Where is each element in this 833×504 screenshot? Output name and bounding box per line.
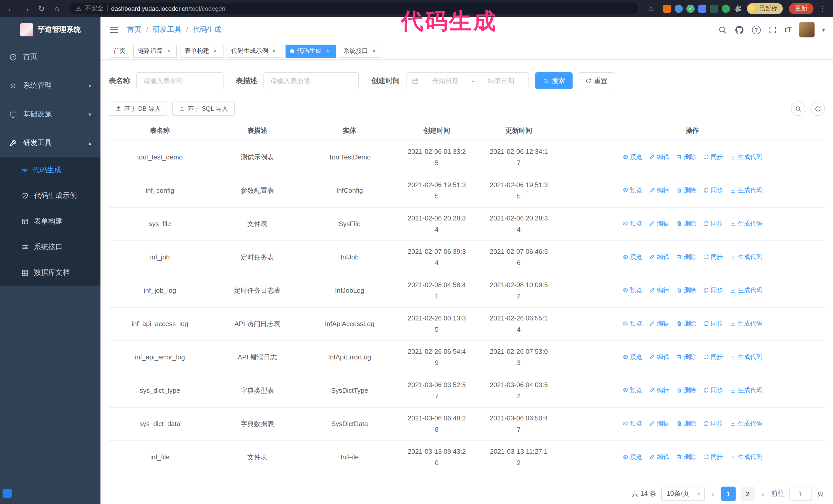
edit-link[interactable]: 编辑	[649, 351, 669, 362]
tab-trace[interactable]: 链路追踪 ×	[133, 44, 177, 58]
extension-icon-dark-green[interactable]	[710, 4, 718, 13]
sync-link[interactable]: 同步	[703, 185, 723, 196]
generate-code-link[interactable]: 生成代码	[730, 318, 763, 329]
breadcrumb-home[interactable]: 首页	[127, 25, 142, 34]
sync-link[interactable]: 同步	[703, 251, 723, 263]
page-1-button[interactable]: 1	[721, 486, 735, 501]
preview-link[interactable]: 预览	[622, 418, 642, 429]
fullscreen-icon[interactable]	[768, 25, 777, 34]
hamburger-icon[interactable]	[109, 25, 119, 35]
sync-link[interactable]: 同步	[703, 151, 723, 163]
generate-code-link[interactable]: 生成代码	[730, 418, 763, 429]
extension-icon-orange[interactable]	[663, 4, 671, 13]
tab-home[interactable]: 首页	[109, 44, 130, 58]
tab-close-icon[interactable]: ×	[212, 47, 219, 55]
breadcrumb-dev-tools[interactable]: 研发工具	[153, 25, 182, 34]
sidebar-subitem-system-api[interactable]: 系统接口	[0, 234, 100, 260]
edit-link[interactable]: 编辑	[649, 251, 669, 263]
sidebar-item-home[interactable]: 首页	[0, 43, 100, 71]
toggle-search-button[interactable]	[791, 101, 805, 116]
delete-link[interactable]: 删除	[676, 251, 696, 263]
create-time-range-picker[interactable]: 开始日期 - 结束日期	[406, 72, 529, 89]
import-sql-button[interactable]: 基于 SQL 导入	[172, 101, 235, 116]
header-search-icon[interactable]	[718, 25, 727, 34]
sync-link[interactable]: 同步	[703, 218, 723, 229]
generate-code-link[interactable]: 生成代码	[730, 385, 763, 396]
browser-back-icon[interactable]: ←	[4, 2, 18, 15]
extension-icon-blue-drop[interactable]	[674, 4, 683, 13]
bottom-left-blue-badge[interactable]	[3, 488, 12, 498]
preview-link[interactable]: 预览	[622, 185, 642, 196]
tab-codegen[interactable]: 代码生成 ×	[286, 44, 336, 58]
delete-link[interactable]: 删除	[676, 185, 696, 196]
tab-close-icon[interactable]: ×	[371, 47, 378, 55]
edit-link[interactable]: 编辑	[649, 385, 669, 396]
avatar-caret-icon[interactable]: ▾	[822, 27, 825, 32]
font-size-icon[interactable]: tT	[785, 26, 791, 34]
preview-link[interactable]: 预览	[622, 318, 642, 329]
generate-code-link[interactable]: 生成代码	[730, 251, 763, 263]
tab-codegen-example[interactable]: 代码生成示例 ×	[227, 44, 282, 58]
delete-link[interactable]: 删除	[676, 318, 696, 329]
refresh-table-button[interactable]	[810, 101, 825, 116]
delete-link[interactable]: 删除	[676, 151, 696, 163]
tab-form-builder[interactable]: 表单构建 ×	[180, 44, 223, 58]
sync-link[interactable]: 同步	[703, 318, 723, 329]
sync-link[interactable]: 同步	[703, 285, 723, 296]
sidebar-item-dev-tools[interactable]: 研发工具 ▴	[0, 129, 100, 158]
profile-paused-badge[interactable]: 已暂停	[747, 3, 783, 14]
delete-link[interactable]: 删除	[676, 418, 696, 429]
sync-link[interactable]: 同步	[703, 385, 723, 396]
table-name-input[interactable]	[136, 72, 223, 89]
edit-link[interactable]: 编辑	[649, 318, 669, 329]
preview-link[interactable]: 预览	[622, 351, 642, 362]
generate-code-link[interactable]: 生成代码	[730, 451, 763, 462]
delete-link[interactable]: 删除	[676, 385, 696, 396]
app-logo[interactable]: 芋道管理系统	[0, 17, 100, 43]
edit-link[interactable]: 编辑	[649, 418, 669, 429]
browser-forward-icon[interactable]: →	[20, 2, 33, 15]
delete-link[interactable]: 删除	[676, 285, 696, 296]
edit-link[interactable]: 编辑	[649, 285, 669, 296]
extensions-puzzle-icon[interactable]	[734, 4, 742, 13]
edit-link[interactable]: 编辑	[649, 218, 669, 229]
delete-link[interactable]: 删除	[676, 451, 696, 462]
sidebar-subitem-codegen[interactable]: </> 代码生成	[0, 158, 100, 183]
bookmark-star-icon[interactable]: ☆	[644, 2, 658, 15]
sidebar-subitem-db-docs[interactable]: 数据库文档	[0, 260, 100, 286]
edit-link[interactable]: 编辑	[649, 451, 669, 462]
user-avatar[interactable]	[799, 22, 814, 38]
sidebar-item-infrastructure[interactable]: 基础设施 ▾	[0, 100, 100, 129]
generate-code-link[interactable]: 生成代码	[730, 218, 763, 229]
delete-link[interactable]: 删除	[676, 351, 696, 362]
goto-page-input[interactable]	[789, 486, 812, 501]
github-icon[interactable]	[735, 25, 744, 34]
sync-link[interactable]: 同步	[703, 351, 723, 362]
preview-link[interactable]: 预览	[622, 285, 642, 296]
sync-link[interactable]: 同步	[703, 418, 723, 429]
page-2-button[interactable]: 2	[740, 486, 755, 501]
sidebar-subitem-form-builder[interactable]: 表单构建	[0, 209, 100, 234]
sync-link[interactable]: 同步	[703, 451, 723, 462]
edit-link[interactable]: 编辑	[649, 151, 669, 163]
generate-code-link[interactable]: 生成代码	[730, 285, 763, 296]
preview-link[interactable]: 预览	[622, 218, 642, 229]
vue-devtools-icon[interactable]: ✓	[686, 4, 695, 13]
chrome-update-button[interactable]: 更新	[789, 3, 813, 14]
extension-icon-people[interactable]	[698, 4, 706, 13]
page-size-select[interactable]: 10条/页 ▾	[661, 486, 705, 501]
tab-close-icon[interactable]: ×	[271, 47, 278, 55]
extension-icon-green-leaf[interactable]	[722, 4, 730, 13]
reset-button[interactable]: 重置	[578, 72, 615, 89]
delete-link[interactable]: 删除	[676, 218, 696, 229]
next-page-button[interactable]: ›	[760, 490, 766, 498]
search-button[interactable]: 搜索	[535, 72, 573, 89]
preview-link[interactable]: 预览	[622, 251, 642, 263]
generate-code-link[interactable]: 生成代码	[730, 185, 763, 196]
browser-menu-dots-icon[interactable]: ⋮	[815, 2, 829, 15]
tab-system-api[interactable]: 系统接口 ×	[339, 44, 382, 58]
sidebar-item-system-management[interactable]: 系统管理 ▾	[0, 71, 100, 100]
generate-code-link[interactable]: 生成代码	[730, 351, 763, 362]
import-db-button[interactable]: 基于 DB 导入	[109, 101, 167, 116]
preview-link[interactable]: 预览	[622, 451, 642, 462]
